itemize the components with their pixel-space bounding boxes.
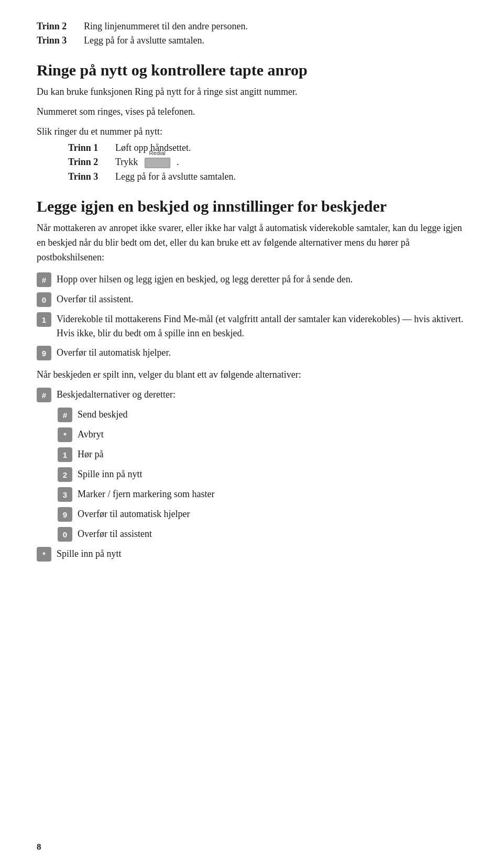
key-item-text: Viderekoble til mottakerens Find Me-mål … xyxy=(57,312,466,340)
sub-key-item-hash: # Send beskjed xyxy=(58,408,466,422)
key-badge: 9 xyxy=(37,346,51,360)
section-ringe-pa-nytt: Ringe på nytt og kontrollere tapte anrop… xyxy=(37,61,466,182)
trinn2-content: Trykk Redial . xyxy=(115,157,179,169)
key-item-text: Overfør til automatisk hjelper. xyxy=(57,346,466,360)
step-row: Trinn 3 Legg på for å avslutte samtalen. xyxy=(37,35,466,46)
sub-key-item-9: 9 Overfør til automatisk hjelper xyxy=(58,507,466,522)
key-item-text: Spille inn på nytt xyxy=(78,467,466,481)
section1-intro1: Du kan bruke funksjonen Ring på nytt for… xyxy=(37,85,466,100)
section-beskjed: Legge igjen en beskjed og innstillinger … xyxy=(37,197,466,562)
key-badge: # xyxy=(37,272,51,287)
step-content: Legg på for å avslutte samtalen. xyxy=(84,35,204,46)
key-badge: * xyxy=(58,427,72,442)
sub-key-item-star: * Avbryt xyxy=(58,427,466,442)
sub-key-item-0: 0 Overfør til assistent xyxy=(58,527,466,542)
sub-key-item-3: 3 Marker / fjern markering som haster xyxy=(58,487,466,502)
step-content: Ring linjenummeret til den andre persone… xyxy=(84,21,248,32)
key-badge: 1 xyxy=(37,312,51,327)
slik-label: Slik ringer du et nummer på nytt: xyxy=(37,125,466,139)
key-item-text: Send beskjed xyxy=(78,408,466,422)
key-badge: 9 xyxy=(58,507,72,522)
step-label: Trinn 2 xyxy=(37,21,84,32)
key-badge: # xyxy=(37,388,51,402)
key-item-text: Beskjedalternativer og deretter: xyxy=(57,388,466,402)
key-badge: 1 xyxy=(58,447,72,462)
sub-key-item-2: 2 Spille inn på nytt xyxy=(58,467,466,482)
section2-heading: Legge igjen en beskjed og innstillinger … xyxy=(37,197,466,216)
top-steps: Trinn 2 Ring linjenummeret til den andre… xyxy=(37,21,466,46)
step-label: Trinn 3 xyxy=(37,35,84,46)
trinn1-label: Trinn 1 xyxy=(68,142,115,153)
key-item-text: Overfør til assistent xyxy=(78,527,466,541)
trinn3-content: Legg på for å avslutte samtalen. xyxy=(115,171,236,182)
key-item-9: 9 Overfør til automatisk hjelper. xyxy=(37,346,466,360)
key-item-text: Marker / fjern markering som haster xyxy=(78,487,466,501)
key-item-1: 1 Viderekoble til mottakerens Find Me-må… xyxy=(37,312,466,340)
after-key-item-star: * Spille inn på nytt xyxy=(37,547,466,562)
trinn3-row: Trinn 3 Legg på for å avslutte samtalen. xyxy=(68,171,466,182)
trinn2-row: Trinn 2 Trykk Redial . xyxy=(68,157,466,169)
key-badge: * xyxy=(37,547,51,562)
key-item-0: 0 Overfør til assistent. xyxy=(37,292,466,307)
after-key-item-hash: # Beskjedalternativer og deretter: xyxy=(37,388,466,402)
key-item-text: Overfør til assistent. xyxy=(57,292,466,306)
key-badge: # xyxy=(58,408,72,422)
section2-intro: Når mottakeren av anropet ikke svarer, e… xyxy=(37,221,466,265)
key-badge: 0 xyxy=(58,527,72,542)
trinn1-row: Trinn 1 Løft opp håndsettet. xyxy=(68,142,466,153)
redial-button[interactable] xyxy=(145,158,170,168)
redial-label: Redial xyxy=(149,150,166,156)
after-record-text: Når beskjeden er spilt inn, velger du bl… xyxy=(37,368,466,382)
sub-key-item-1: 1 Hør på xyxy=(58,447,466,462)
trinn3-label: Trinn 3 xyxy=(68,171,115,182)
redial-button-wrapper: Redial xyxy=(143,157,172,169)
key-item-text: Avbryt xyxy=(78,427,466,442)
trinn2-label: Trinn 2 xyxy=(68,157,115,168)
key-badge: 3 xyxy=(58,487,72,502)
key-item-text: Hør på xyxy=(78,447,466,462)
sub-items: # Send beskjed * Avbryt 1 Hør på 2 Spill… xyxy=(58,408,466,542)
section1-intro2: Nummeret som ringes, vises på telefonen. xyxy=(37,105,466,119)
key-item-text: Overfør til automatisk hjelper xyxy=(78,507,466,521)
step-row: Trinn 2 Ring linjenummeret til den andre… xyxy=(37,21,466,32)
key-badge: 0 xyxy=(37,292,51,307)
key-item-hash: # Hopp over hilsen og legg igjen en besk… xyxy=(37,272,466,287)
key-badge: 2 xyxy=(58,467,72,482)
key-item-text: Hopp over hilsen og legg igjen en beskje… xyxy=(57,272,466,287)
key-item-text: Spille inn på nytt xyxy=(57,547,466,561)
section1-heading: Ringe på nytt og kontrollere tapte anrop xyxy=(37,61,466,80)
page-number: 8 xyxy=(37,842,41,852)
